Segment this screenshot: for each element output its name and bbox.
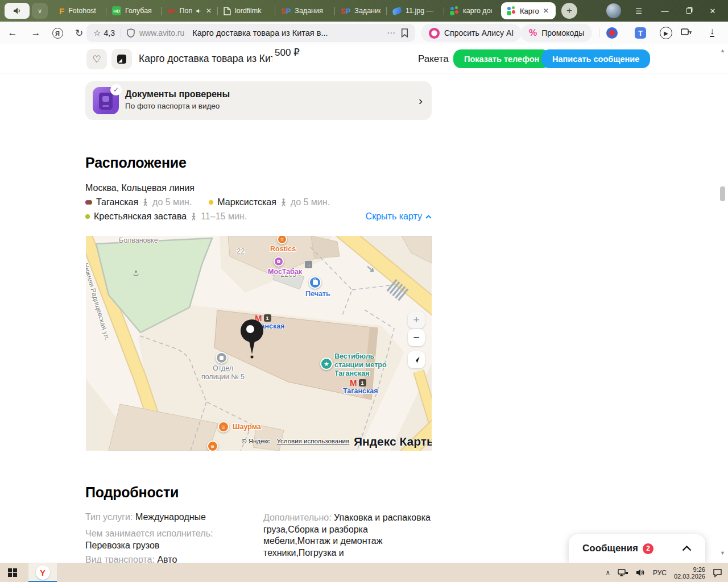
- reload-icon: ↻: [75, 28, 83, 39]
- poi-shaurma-label[interactable]: Шаурма: [233, 423, 261, 431]
- walk-time: 11–15 мин.: [201, 211, 247, 222]
- image-favicon: [392, 6, 403, 15]
- more-icon[interactable]: ⋯: [387, 28, 395, 38]
- close-icon[interactable]: ✕: [543, 7, 549, 15]
- write-message-button[interactable]: Написать сообщение: [541, 49, 650, 68]
- poi-mostabak-icon[interactable]: [274, 256, 284, 267]
- tab-label: Задания: [295, 7, 322, 15]
- start-button[interactable]: [0, 563, 25, 582]
- extension-translator-icon[interactable]: T: [635, 27, 646, 39]
- chevron-up-icon[interactable]: [682, 546, 692, 551]
- poi-police-label[interactable]: Отдел полиции № 5: [198, 364, 247, 381]
- forward-button[interactable]: →: [25, 27, 47, 39]
- close-icon[interactable]: ✕: [206, 7, 212, 15]
- clock-date[interactable]: 02.03.2026: [674, 573, 705, 580]
- show-phone-button[interactable]: Показать телефон: [453, 49, 550, 68]
- extension-keys-icon[interactable]: [680, 27, 693, 39]
- address-bar[interactable]: ☆ 4,3 www.avito.ru Карго доставка товара…: [86, 24, 415, 42]
- tab-label: Fotohost: [68, 7, 96, 15]
- alice-ai-button[interactable]: Спросить Алису AI: [421, 24, 522, 42]
- speaker-icon: [13, 6, 22, 15]
- map-terms-link[interactable]: Условия использования: [277, 438, 350, 444]
- metro-marker[interactable]: М 1: [350, 378, 366, 388]
- clock-time[interactable]: 9:26: [693, 566, 705, 573]
- verified-banner[interactable]: ✓ Документы проверены По фото паспорта и…: [85, 81, 432, 120]
- promo-codes-button[interactable]: % Промокоды: [521, 24, 592, 42]
- tab-fotohost[interactable]: F Fotohost: [53, 1, 106, 20]
- poi-shaurma-icon[interactable]: ≡: [218, 421, 229, 433]
- chevron-down-icon: ∨: [38, 7, 42, 15]
- minimize-button[interactable]: —: [655, 7, 675, 15]
- browser-taskbar-button[interactable]: Y: [28, 563, 57, 582]
- back-button[interactable]: ←: [0, 27, 25, 39]
- favorite-button[interactable]: ♡: [86, 49, 107, 69]
- poi-pechat-icon[interactable]: [309, 276, 321, 289]
- toolbar-divider: [599, 28, 599, 38]
- tab-favicon: F: [59, 6, 64, 16]
- tab-label: Задание: [354, 7, 380, 15]
- tab-zadanie[interactable]: SP Задание: [335, 1, 386, 20]
- map-zoom-out-button[interactable]: −: [408, 329, 425, 346]
- map-zoom-in-button[interactable]: +: [408, 311, 425, 329]
- tab-zadaniya[interactable]: SP Задания: [275, 1, 334, 20]
- metro-row-2: Крестьянская застава 11–15 мин. Скрыть к…: [85, 211, 432, 222]
- scroll-up-arrow[interactable]: ▲: [720, 48, 725, 53]
- map-locate-button[interactable]: [408, 351, 425, 368]
- notification-icon[interactable]: [713, 568, 722, 577]
- language-indicator[interactable]: РУС: [653, 569, 667, 577]
- poi-rostics-label[interactable]: Rostics: [270, 245, 296, 253]
- browser-menu-button[interactable]: ☰: [629, 7, 648, 15]
- note-icon: [117, 55, 126, 64]
- tab-mute-dropdown[interactable]: ∨: [32, 3, 48, 19]
- new-tab-button[interactable]: +: [561, 3, 577, 19]
- profile-avatar[interactable]: [606, 3, 621, 18]
- url-domain[interactable]: www.avito.ru: [139, 28, 184, 38]
- poi-vestibule-label[interactable]: Вестибюль станции метро Таганская: [334, 352, 398, 378]
- scrollbar-thumb[interactable]: [720, 186, 725, 201]
- scroll-down-arrow[interactable]: ▼: [720, 550, 725, 556]
- chevron-up-icon: [425, 215, 432, 219]
- poi-cafe-icon[interactable]: ≡: [207, 440, 218, 451]
- close-window-button[interactable]: ✕: [703, 7, 722, 15]
- tab-mute-button[interactable]: [5, 3, 30, 19]
- tab-pop-audio[interactable]: Поп ✕: [162, 1, 217, 20]
- taskbar: Y ∧ РУС 9:26 02.03.2026: [0, 563, 728, 582]
- metro-station-label[interactable]: Таганская: [343, 387, 378, 395]
- heart-icon: ♡: [92, 53, 101, 65]
- tab-lordfilm[interactable]: lordfilmk: [218, 1, 275, 20]
- detail-value: Международные: [135, 512, 206, 522]
- walking-icon: [280, 198, 287, 207]
- volume-icon[interactable]: [636, 568, 646, 577]
- shield-icon[interactable]: [127, 28, 135, 38]
- poi-pechat-label[interactable]: Печать: [305, 290, 330, 298]
- poi-police-icon[interactable]: [216, 352, 228, 364]
- bookmark-icon[interactable]: [401, 28, 408, 38]
- sp-favicon: SP: [281, 7, 291, 15]
- percent-icon: %: [529, 28, 537, 38]
- restore-icon: [686, 8, 692, 14]
- tray-chevron-icon[interactable]: ∧: [606, 569, 610, 576]
- star-icon[interactable]: ☆: [93, 28, 101, 38]
- extension-globe-icon[interactable]: [606, 27, 618, 39]
- tab-image-11jpg[interactable]: 11.jpg —: [387, 1, 444, 20]
- download-icon[interactable]: ↓: [710, 26, 714, 37]
- hide-map-link[interactable]: Скрыть карту: [366, 211, 432, 222]
- messages-widget[interactable]: Сообщения 2: [569, 534, 705, 563]
- seller-name[interactable]: Ракета: [418, 53, 449, 65]
- audio-tab-speaker-icon: [167, 7, 175, 15]
- plus-icon: +: [566, 5, 572, 16]
- maximize-button[interactable]: [679, 7, 698, 15]
- tab-kargo-search[interactable]: карго дос: [444, 1, 498, 20]
- extension-player-icon[interactable]: ▶: [660, 27, 672, 39]
- tab-golubaya[interactable]: HD Голубая: [106, 1, 161, 20]
- map[interactable]: Болвановке Нижняя Радищевская ул. 22 22с…: [86, 236, 432, 451]
- note-button[interactable]: [111, 49, 132, 69]
- yandex-home-button[interactable]: Я: [47, 27, 68, 39]
- yandex-maps-logo[interactable]: Яндекс Карты: [354, 435, 432, 448]
- tab-kargo-active[interactable]: Карго ✕: [501, 2, 556, 19]
- tab-sound-icon[interactable]: [196, 8, 202, 14]
- poi-vestibule-icon[interactable]: ★: [320, 357, 333, 370]
- network-icon[interactable]: [618, 568, 628, 577]
- url-page-title: Карго доставка товара из Китая в...: [192, 28, 328, 38]
- poi-mostabak-label[interactable]: МосТабак: [268, 268, 302, 276]
